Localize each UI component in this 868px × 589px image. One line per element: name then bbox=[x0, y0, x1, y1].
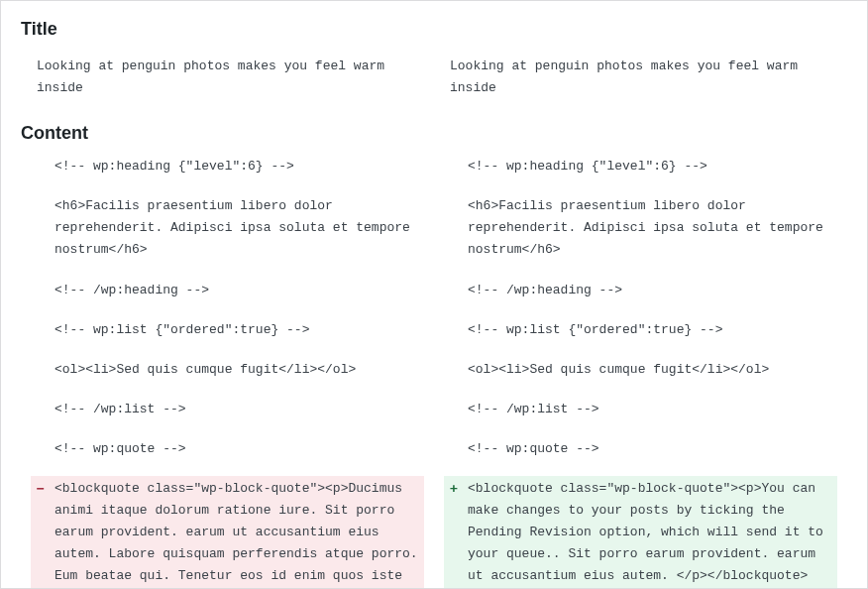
diff-line-old: <!-- /wp:heading --> bbox=[31, 278, 424, 303]
diff-line-text: <!-- wp:quote --> bbox=[468, 441, 599, 456]
diff-line-text: <ol><li>Sed quis cumque fugit</li></ol> bbox=[468, 362, 769, 377]
diff-line-text: <!-- /wp:heading --> bbox=[54, 283, 209, 297]
diff-line-text: <blockquote class="wp-block-quote"><p>Du… bbox=[54, 481, 425, 583]
diff-line-text: <!-- wp:heading {"level":6} --> bbox=[54, 159, 294, 174]
title-old-value: Looking at penguin photos makes you feel… bbox=[31, 50, 424, 105]
diff-line-new: +<blockquote class="wp-block-quote"><p>Y… bbox=[444, 476, 837, 589]
diff-line-new: <!-- wp:heading {"level":6} --> bbox=[444, 154, 837, 179]
minus-icon: − bbox=[37, 478, 45, 500]
section-heading-title: Title bbox=[21, 19, 847, 40]
diff-line-text: <!-- wp:list {"ordered":true} --> bbox=[468, 322, 722, 337]
diff-line-old: <ol><li>Sed quis cumque fugit</li></ol> bbox=[31, 357, 424, 383]
diff-line-old: <!-- /wp:list --> bbox=[31, 397, 424, 422]
content-old-column: <!-- wp:heading {"level":6} --><h6>Facil… bbox=[21, 154, 434, 589]
revision-compare-card: Title Looking at penguin photos makes yo… bbox=[0, 0, 868, 589]
diff-line-new: <!-- wp:quote --> bbox=[444, 436, 837, 462]
diff-line-text: <!-- /wp:list --> bbox=[468, 402, 599, 416]
diff-line-text: <h6>Facilis praesentium libero dolor rep… bbox=[54, 198, 418, 257]
diff-line-old: −<blockquote class="wp-block-quote"><p>D… bbox=[31, 476, 424, 589]
content-new-column: <!-- wp:heading {"level":6} --><h6>Facil… bbox=[434, 154, 847, 589]
content-diff-row: <!-- wp:heading {"level":6} --><h6>Facil… bbox=[21, 154, 847, 589]
diff-line-old: <!-- wp:heading {"level":6} --> bbox=[31, 154, 424, 179]
diff-line-old: <h6>Facilis praesentium libero dolor rep… bbox=[31, 193, 424, 263]
title-diff-row: Looking at penguin photos makes you feel… bbox=[21, 50, 847, 105]
plus-icon: + bbox=[450, 478, 458, 500]
diff-line-new: <!-- /wp:heading --> bbox=[444, 278, 837, 303]
diff-line-text: <!-- wp:list {"ordered":true} --> bbox=[54, 322, 309, 337]
diff-line-new: <h6>Facilis praesentium libero dolor rep… bbox=[444, 193, 837, 263]
diff-line-text: <ol><li>Sed quis cumque fugit</li></ol> bbox=[54, 362, 356, 377]
diff-line-text: <!-- wp:quote --> bbox=[54, 441, 186, 456]
diff-line-new: <ol><li>Sed quis cumque fugit</li></ol> bbox=[444, 357, 837, 383]
diff-line-new: <!-- /wp:list --> bbox=[444, 397, 837, 422]
title-old-column: Looking at penguin photos makes you feel… bbox=[21, 50, 434, 105]
title-new-column: Looking at penguin photos makes you feel… bbox=[434, 50, 847, 105]
diff-line-text: <h6>Facilis praesentium libero dolor rep… bbox=[468, 198, 831, 257]
diff-line-new: <!-- wp:list {"ordered":true} --> bbox=[444, 317, 837, 343]
diff-line-old: <!-- wp:list {"ordered":true} --> bbox=[31, 317, 424, 343]
diff-line-old: <!-- wp:quote --> bbox=[31, 436, 424, 462]
section-heading-content: Content bbox=[21, 123, 847, 144]
diff-line-text: <blockquote class="wp-block-quote"><p>Yo… bbox=[468, 481, 831, 583]
diff-line-text: <!-- /wp:list --> bbox=[54, 402, 186, 416]
diff-line-text: <!-- wp:heading {"level":6} --> bbox=[468, 159, 707, 174]
diff-line-text: <!-- /wp:heading --> bbox=[468, 283, 622, 297]
title-new-value: Looking at penguin photos makes you feel… bbox=[444, 50, 837, 105]
